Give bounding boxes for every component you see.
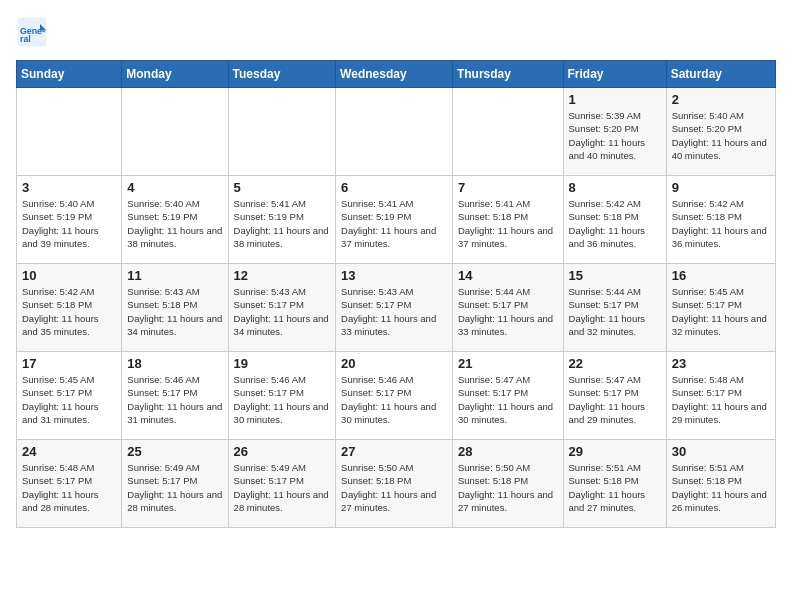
calendar-cell: 9Sunrise: 5:42 AM Sunset: 5:18 PM Daylig… — [666, 176, 775, 264]
calendar-cell: 24Sunrise: 5:48 AM Sunset: 5:17 PM Dayli… — [17, 440, 122, 528]
day-info: Sunrise: 5:41 AM Sunset: 5:19 PM Dayligh… — [341, 197, 447, 250]
day-number: 6 — [341, 180, 447, 195]
day-number: 23 — [672, 356, 770, 371]
calendar-cell: 7Sunrise: 5:41 AM Sunset: 5:18 PM Daylig… — [452, 176, 563, 264]
calendar-cell: 13Sunrise: 5:43 AM Sunset: 5:17 PM Dayli… — [336, 264, 453, 352]
day-info: Sunrise: 5:50 AM Sunset: 5:18 PM Dayligh… — [341, 461, 447, 514]
day-number: 22 — [569, 356, 661, 371]
day-info: Sunrise: 5:42 AM Sunset: 5:18 PM Dayligh… — [569, 197, 661, 250]
day-number: 10 — [22, 268, 116, 283]
day-number: 28 — [458, 444, 558, 459]
calendar-cell: 14Sunrise: 5:44 AM Sunset: 5:17 PM Dayli… — [452, 264, 563, 352]
calendar-day-header: Wednesday — [336, 61, 453, 88]
calendar-cell: 6Sunrise: 5:41 AM Sunset: 5:19 PM Daylig… — [336, 176, 453, 264]
day-info: Sunrise: 5:41 AM Sunset: 5:19 PM Dayligh… — [234, 197, 331, 250]
calendar-day-header: Friday — [563, 61, 666, 88]
day-info: Sunrise: 5:42 AM Sunset: 5:18 PM Dayligh… — [22, 285, 116, 338]
day-info: Sunrise: 5:50 AM Sunset: 5:18 PM Dayligh… — [458, 461, 558, 514]
calendar-cell: 5Sunrise: 5:41 AM Sunset: 5:19 PM Daylig… — [228, 176, 336, 264]
day-info: Sunrise: 5:51 AM Sunset: 5:18 PM Dayligh… — [672, 461, 770, 514]
day-number: 14 — [458, 268, 558, 283]
day-info: Sunrise: 5:47 AM Sunset: 5:17 PM Dayligh… — [569, 373, 661, 426]
calendar-cell: 26Sunrise: 5:49 AM Sunset: 5:17 PM Dayli… — [228, 440, 336, 528]
day-info: Sunrise: 5:49 AM Sunset: 5:17 PM Dayligh… — [234, 461, 331, 514]
calendar-body: 1Sunrise: 5:39 AM Sunset: 5:20 PM Daylig… — [17, 88, 776, 528]
calendar-cell: 4Sunrise: 5:40 AM Sunset: 5:19 PM Daylig… — [122, 176, 228, 264]
calendar-cell: 27Sunrise: 5:50 AM Sunset: 5:18 PM Dayli… — [336, 440, 453, 528]
day-number: 21 — [458, 356, 558, 371]
calendar-cell: 11Sunrise: 5:43 AM Sunset: 5:18 PM Dayli… — [122, 264, 228, 352]
day-number: 12 — [234, 268, 331, 283]
day-info: Sunrise: 5:45 AM Sunset: 5:17 PM Dayligh… — [22, 373, 116, 426]
day-number: 18 — [127, 356, 222, 371]
day-info: Sunrise: 5:44 AM Sunset: 5:17 PM Dayligh… — [458, 285, 558, 338]
calendar-cell: 30Sunrise: 5:51 AM Sunset: 5:18 PM Dayli… — [666, 440, 775, 528]
day-number: 30 — [672, 444, 770, 459]
calendar-cell: 16Sunrise: 5:45 AM Sunset: 5:17 PM Dayli… — [666, 264, 775, 352]
calendar-cell — [336, 88, 453, 176]
day-info: Sunrise: 5:39 AM Sunset: 5:20 PM Dayligh… — [569, 109, 661, 162]
calendar-cell: 23Sunrise: 5:48 AM Sunset: 5:17 PM Dayli… — [666, 352, 775, 440]
day-number: 27 — [341, 444, 447, 459]
day-number: 26 — [234, 444, 331, 459]
day-info: Sunrise: 5:42 AM Sunset: 5:18 PM Dayligh… — [672, 197, 770, 250]
day-number: 2 — [672, 92, 770, 107]
calendar-cell: 19Sunrise: 5:46 AM Sunset: 5:17 PM Dayli… — [228, 352, 336, 440]
calendar-cell: 3Sunrise: 5:40 AM Sunset: 5:19 PM Daylig… — [17, 176, 122, 264]
day-info: Sunrise: 5:44 AM Sunset: 5:17 PM Dayligh… — [569, 285, 661, 338]
day-number: 24 — [22, 444, 116, 459]
day-number: 16 — [672, 268, 770, 283]
calendar-day-header: Monday — [122, 61, 228, 88]
calendar-day-header: Tuesday — [228, 61, 336, 88]
day-number: 8 — [569, 180, 661, 195]
calendar-cell: 25Sunrise: 5:49 AM Sunset: 5:17 PM Dayli… — [122, 440, 228, 528]
calendar-day-header: Sunday — [17, 61, 122, 88]
day-number: 17 — [22, 356, 116, 371]
calendar-week-row: 3Sunrise: 5:40 AM Sunset: 5:19 PM Daylig… — [17, 176, 776, 264]
calendar-cell: 18Sunrise: 5:46 AM Sunset: 5:17 PM Dayli… — [122, 352, 228, 440]
day-number: 25 — [127, 444, 222, 459]
day-number: 3 — [22, 180, 116, 195]
day-number: 13 — [341, 268, 447, 283]
day-info: Sunrise: 5:45 AM Sunset: 5:17 PM Dayligh… — [672, 285, 770, 338]
calendar-table: SundayMondayTuesdayWednesdayThursdayFrid… — [16, 60, 776, 528]
logo: Gene- ral — [16, 16, 54, 48]
calendar-cell: 22Sunrise: 5:47 AM Sunset: 5:17 PM Dayli… — [563, 352, 666, 440]
day-info: Sunrise: 5:46 AM Sunset: 5:17 PM Dayligh… — [127, 373, 222, 426]
day-number: 1 — [569, 92, 661, 107]
calendar-cell — [122, 88, 228, 176]
day-info: Sunrise: 5:51 AM Sunset: 5:18 PM Dayligh… — [569, 461, 661, 514]
day-number: 15 — [569, 268, 661, 283]
calendar-cell: 29Sunrise: 5:51 AM Sunset: 5:18 PM Dayli… — [563, 440, 666, 528]
day-info: Sunrise: 5:43 AM Sunset: 5:17 PM Dayligh… — [234, 285, 331, 338]
page-header: Gene- ral — [16, 16, 776, 48]
day-info: Sunrise: 5:46 AM Sunset: 5:17 PM Dayligh… — [341, 373, 447, 426]
day-info: Sunrise: 5:47 AM Sunset: 5:17 PM Dayligh… — [458, 373, 558, 426]
calendar-cell: 8Sunrise: 5:42 AM Sunset: 5:18 PM Daylig… — [563, 176, 666, 264]
svg-text:ral: ral — [20, 34, 31, 44]
day-info: Sunrise: 5:48 AM Sunset: 5:17 PM Dayligh… — [672, 373, 770, 426]
day-number: 29 — [569, 444, 661, 459]
day-number: 20 — [341, 356, 447, 371]
day-info: Sunrise: 5:43 AM Sunset: 5:17 PM Dayligh… — [341, 285, 447, 338]
day-info: Sunrise: 5:48 AM Sunset: 5:17 PM Dayligh… — [22, 461, 116, 514]
day-info: Sunrise: 5:46 AM Sunset: 5:17 PM Dayligh… — [234, 373, 331, 426]
calendar-week-row: 1Sunrise: 5:39 AM Sunset: 5:20 PM Daylig… — [17, 88, 776, 176]
calendar-cell: 28Sunrise: 5:50 AM Sunset: 5:18 PM Dayli… — [452, 440, 563, 528]
calendar-cell — [452, 88, 563, 176]
day-number: 4 — [127, 180, 222, 195]
calendar-cell: 17Sunrise: 5:45 AM Sunset: 5:17 PM Dayli… — [17, 352, 122, 440]
day-info: Sunrise: 5:41 AM Sunset: 5:18 PM Dayligh… — [458, 197, 558, 250]
day-info: Sunrise: 5:49 AM Sunset: 5:17 PM Dayligh… — [127, 461, 222, 514]
calendar-cell — [228, 88, 336, 176]
calendar-cell: 15Sunrise: 5:44 AM Sunset: 5:17 PM Dayli… — [563, 264, 666, 352]
calendar-week-row: 17Sunrise: 5:45 AM Sunset: 5:17 PM Dayli… — [17, 352, 776, 440]
calendar-cell: 21Sunrise: 5:47 AM Sunset: 5:17 PM Dayli… — [452, 352, 563, 440]
calendar-cell: 20Sunrise: 5:46 AM Sunset: 5:17 PM Dayli… — [336, 352, 453, 440]
calendar-cell: 1Sunrise: 5:39 AM Sunset: 5:20 PM Daylig… — [563, 88, 666, 176]
day-number: 5 — [234, 180, 331, 195]
calendar-cell: 2Sunrise: 5:40 AM Sunset: 5:20 PM Daylig… — [666, 88, 775, 176]
logo-icon: Gene- ral — [16, 16, 48, 48]
calendar-cell: 10Sunrise: 5:42 AM Sunset: 5:18 PM Dayli… — [17, 264, 122, 352]
day-number: 19 — [234, 356, 331, 371]
